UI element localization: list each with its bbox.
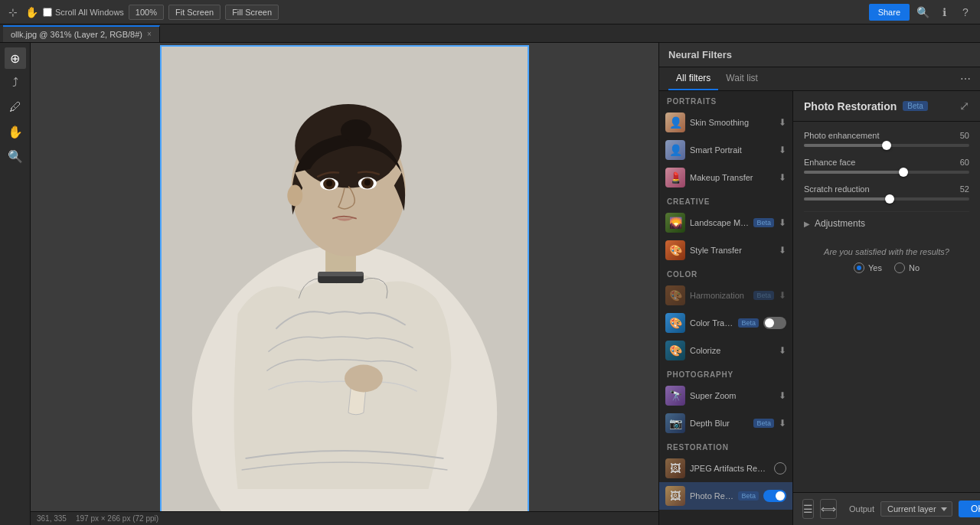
slider-label-enhance-face: Enhance face (804, 158, 855, 167)
search-icon[interactable]: 🔍 (914, 4, 931, 21)
filter-name-colorize: Colorize (690, 346, 774, 355)
sidebar-zoom-tool[interactable]: 🔍 (5, 145, 26, 167)
statusbar-dimensions: 197 px × 266 px (72 ppi) (76, 514, 158, 523)
sidebar-move-tool[interactable]: ⊕ (5, 47, 26, 69)
filter-skin-smoothing[interactable]: 👤 Skin Smoothing ⬇ (659, 109, 792, 136)
file-tab[interactable]: ollk.jpg @ 361% (Layer 2, RGB/8#) × (3, 25, 160, 42)
filter-depth-blur[interactable]: 📷 Depth Blur Beta ⬇ (659, 409, 792, 437)
slider-track-scratch-reduction[interactable] (804, 197, 969, 201)
slider-label-photo-enhancement: Photo enhancement (804, 131, 879, 140)
filter-landscape-mixer[interactable]: 🌄 Landscape Mixer Beta ⬇ (659, 209, 792, 236)
scroll-all-windows-label: Scroll All Windows (55, 8, 124, 17)
detail-expand-icon[interactable]: ⤢ (959, 99, 969, 113)
slider-value-enhance-face: 60 (960, 158, 969, 167)
fill-screen-button[interactable]: Fill Screen (225, 5, 279, 20)
neural-filters-panel: Neural Filters All filters Wait list ⋯ P… (658, 43, 980, 525)
filter-name-smart-portrait: Smart Portrait (690, 145, 774, 155)
canvas-wrapper (160, 45, 529, 523)
download-icon-super-zoom[interactable]: ⬇ (779, 390, 786, 401)
badge-landscape-mixer: Beta (753, 218, 774, 227)
adjustments-row[interactable]: ▶ Adjustments (804, 211, 969, 235)
help-icon[interactable]: ? (957, 4, 974, 21)
filter-icon-skin-smoothing: 👤 (665, 112, 685, 132)
yes-radio-circle (854, 262, 864, 273)
zoom-percent-button[interactable]: 100% (129, 5, 164, 20)
download-icon-harmonization[interactable]: ⬇ (779, 290, 786, 301)
download-icon-colorize[interactable]: ⬇ (779, 345, 786, 356)
scroll-all-windows-checkbox[interactable]: Scroll All Windows (43, 8, 124, 17)
statusbar-coords: 361, 335 (37, 514, 67, 523)
slider-value-scratch-reduction: 52 (960, 184, 969, 194)
main-area: ⊕ ⤴ 🖊 ✋ 🔍 (0, 43, 980, 525)
detail-panel: Photo Restoration Beta ⤢ Photo enhanceme… (793, 91, 980, 525)
filter-name-photo-restoration: Photo Restoration (690, 491, 733, 501)
download-icon-skin-smoothing[interactable]: ⬇ (779, 117, 786, 128)
share-button[interactable]: Share (869, 4, 910, 21)
file-tab-name: ollk.jpg @ 361% (Layer 2, RGB/8#) (11, 30, 142, 39)
sidebar-hand-tool[interactable]: ✋ (5, 121, 26, 142)
filter-photo-restoration[interactable]: 🖼 Photo Restoration Beta (659, 482, 792, 510)
filters-list: PORTRAITS 👤 Skin Smoothing ⬇ 👤 Smart Por… (659, 91, 793, 525)
neural-bottom-bar: ☰ ⟺ Output Current layer OK Cancel (793, 492, 980, 525)
hand-tool-icon[interactable]: ✋ (24, 5, 38, 19)
filter-icon-makeup-transfer: 💄 (665, 168, 685, 188)
info-icon[interactable]: ℹ (936, 4, 952, 21)
canvas-area: 361, 335 197 px × 266 px (72 ppi) (31, 43, 658, 525)
sidebar-lasso-tool[interactable]: ⤴ (5, 72, 26, 93)
yes-label: Yes (868, 263, 882, 272)
download-icon-smart-portrait[interactable]: ⬇ (779, 145, 786, 155)
fit-screen-button[interactable]: Fit Screen (168, 5, 220, 20)
filter-icon-harmonization: 🎨 (665, 285, 685, 305)
category-photography: PHOTOGRAPHY (659, 364, 792, 382)
download-icon-makeup-transfer[interactable]: ⬇ (779, 172, 786, 183)
sidebar-brush-tool[interactable]: 🖊 (5, 96, 26, 118)
ok-button[interactable]: OK (959, 501, 980, 517)
slider-track-enhance-face[interactable] (804, 171, 969, 174)
filter-super-zoom[interactable]: 🔭 Super Zoom ⬇ (659, 382, 792, 409)
tab-all-filters[interactable]: All filters (668, 67, 718, 90)
filter-colorize[interactable]: 🎨 Colorize ⬇ (659, 337, 792, 364)
file-tab-close[interactable]: × (147, 30, 152, 38)
tab-bar: ollk.jpg @ 361% (Layer 2, RGB/8#) × (0, 24, 980, 43)
satisfaction-yes-button[interactable]: Yes (854, 262, 882, 273)
neural-split: PORTRAITS 👤 Skin Smoothing ⬇ 👤 Smart Por… (659, 91, 980, 525)
filter-jpeg-artifacts[interactable]: 🖼 JPEG Artifacts Removal (659, 455, 792, 482)
satisfaction-no-button[interactable]: No (894, 262, 920, 273)
svg-point-11 (326, 181, 332, 187)
filter-name-makeup-transfer: Makeup Transfer (690, 173, 774, 182)
download-icon-style-transfer[interactable]: ⬇ (779, 245, 786, 256)
filter-icon-depth-blur: 📷 (665, 413, 685, 433)
circle-toggle-jpeg[interactable] (774, 462, 786, 474)
filter-icon-color-transfer: 🎨 (665, 313, 685, 333)
tab-more-options[interactable]: ⋯ (960, 73, 971, 85)
filter-harmonization[interactable]: 🎨 Harmonization Beta ⬇ (659, 282, 792, 309)
filter-color-transfer[interactable]: 🎨 Color Transfer Beta (659, 309, 792, 337)
download-icon-landscape-mixer[interactable]: ⬇ (779, 217, 786, 228)
tab-wait-list[interactable]: Wait list (718, 67, 766, 90)
download-icon-depth-blur[interactable]: ⬇ (779, 418, 786, 429)
scroll-all-windows-input[interactable] (43, 8, 52, 17)
slider-track-photo-enhancement[interactable] (804, 144, 969, 147)
toggle-photo-restoration[interactable] (763, 490, 786, 502)
filter-smart-portrait[interactable]: 👤 Smart Portrait ⬇ (659, 136, 792, 164)
adjustments-label: Adjustments (815, 218, 865, 229)
svg-point-15 (287, 185, 302, 207)
top-bar: ⊹ ✋ Scroll All Windows 100% Fit Screen F… (0, 0, 980, 24)
canvas-image (162, 47, 528, 521)
badge-photo-restoration: Beta (738, 491, 759, 501)
neural-tabs: All filters Wait list ⋯ (659, 67, 980, 91)
filter-makeup-transfer[interactable]: 💄 Makeup Transfer ⬇ (659, 164, 792, 191)
filter-style-transfer[interactable]: 🎨 Style Transfer ⬇ (659, 236, 792, 264)
neural-panel-title: Neural Filters (659, 43, 980, 67)
satisfaction-buttons: Yes No (804, 262, 969, 273)
filter-name-style-transfer: Style Transfer (690, 246, 774, 255)
badge-harmonization: Beta (753, 291, 774, 300)
toggle-color-transfer[interactable] (763, 317, 786, 329)
filter-name-depth-blur: Depth Blur (690, 419, 749, 428)
compare-icon[interactable]: ⟺ (820, 499, 837, 519)
move-tool-icon[interactable]: ⊹ (6, 5, 20, 19)
badge-color-transfer: Beta (738, 318, 759, 328)
layers-icon[interactable]: ☰ (802, 499, 814, 519)
category-color: COLOR (659, 264, 792, 282)
output-select[interactable]: Current layer (880, 501, 952, 517)
